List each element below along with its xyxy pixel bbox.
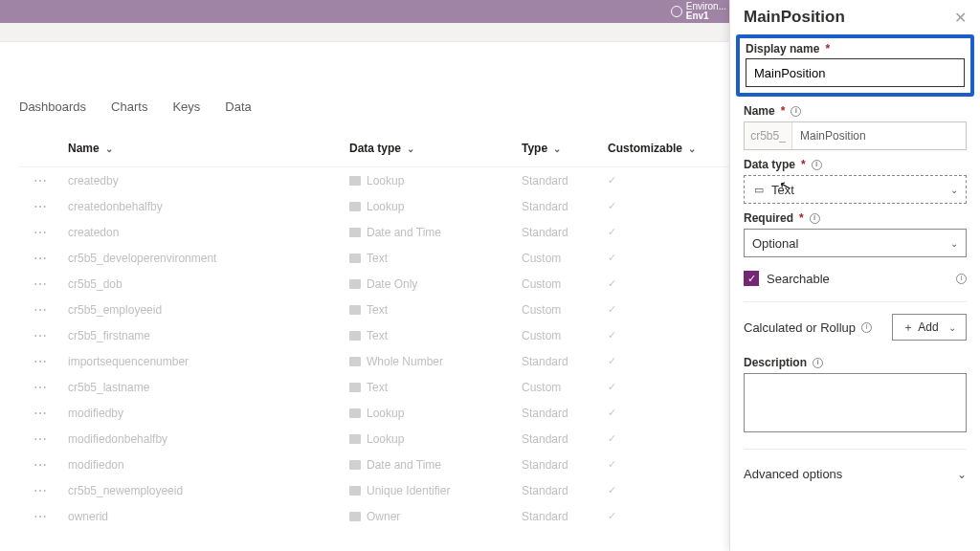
cell-customizable: ✓ (608, 200, 713, 212)
info-icon[interactable]: i (861, 322, 872, 333)
name-input-wrap: cr5b5_ MainPosition (744, 121, 967, 150)
datatype-select[interactable]: ▭ Text ⌄ (744, 175, 967, 204)
divider (744, 449, 967, 450)
cell-type: Standard (522, 432, 608, 446)
row-menu-icon[interactable]: ⋯ (19, 302, 62, 318)
tab-dashboards[interactable]: Dashboards (19, 99, 86, 114)
cell-datatype: Lookup (349, 200, 522, 213)
info-icon[interactable]: i (791, 106, 801, 117)
row-menu-icon[interactable]: ⋯ (19, 199, 62, 214)
header-type[interactable]: Type⌄ (522, 142, 608, 155)
datatype-icon (349, 408, 361, 418)
cell-type: Custom (522, 303, 608, 317)
cell-customizable: ✓ (608, 174, 713, 187)
cell-customizable: ✓ (608, 407, 713, 419)
display-name-input[interactable] (746, 58, 965, 87)
cell-datatype: Lookup (349, 407, 522, 420)
cell-customizable: ✓ (608, 432, 713, 445)
cell-type: Custom (522, 277, 608, 291)
cell-name: modifiedby (62, 407, 349, 420)
row-menu-icon[interactable]: ⋯ (19, 225, 62, 240)
searchable-label: Searchable (767, 272, 830, 286)
environment-badge[interactable]: Environ... Env1 (671, 0, 726, 23)
chevron-down-icon: ⌄ (950, 238, 958, 249)
cell-datatype: Lookup (349, 432, 522, 446)
cell-type: Standard (522, 407, 608, 420)
searchable-checkbox[interactable]: ✓ (744, 271, 759, 286)
description-textarea[interactable] (744, 373, 967, 432)
datatype-icon (349, 176, 361, 186)
header-datatype[interactable]: Data type⌄ (349, 142, 522, 155)
info-icon[interactable]: i (813, 358, 823, 368)
panel-title: MainPosition (744, 8, 845, 27)
close-icon[interactable]: ✕ (954, 9, 967, 27)
row-menu-icon[interactable]: ⋯ (19, 457, 62, 473)
cell-datatype: Date and Time (349, 458, 522, 472)
info-icon[interactable]: i (812, 160, 822, 170)
row-menu-icon[interactable]: ⋯ (19, 328, 62, 343)
datatype-icon (349, 253, 361, 263)
cell-customizable: ✓ (608, 381, 713, 393)
display-name-highlight: Display name * (736, 34, 974, 97)
row-menu-icon[interactable]: ⋯ (19, 251, 62, 266)
row-menu-icon[interactable]: ⋯ (19, 509, 62, 524)
datatype-icon (349, 279, 361, 289)
cell-datatype: Lookup (349, 174, 522, 187)
cell-customizable: ✓ (608, 355, 713, 367)
header-name[interactable]: Name⌄ (62, 142, 349, 155)
cell-name: cr5b5_developerenvironment (62, 252, 349, 265)
cell-type: Standard (522, 174, 608, 187)
cell-type: Standard (522, 226, 608, 239)
row-menu-icon[interactable]: ⋯ (19, 173, 62, 188)
datatype-icon (349, 202, 361, 211)
row-menu-icon[interactable]: ⋯ (19, 483, 62, 498)
cell-name: createdby (62, 174, 349, 187)
row-menu-icon[interactable]: ⋯ (19, 406, 62, 421)
row-menu-icon[interactable]: ⋯ (19, 380, 62, 395)
datatype-label: Data type (744, 158, 795, 171)
cell-datatype: Text (349, 329, 522, 342)
info-icon[interactable]: i (956, 274, 967, 284)
cell-customizable: ✓ (608, 277, 713, 290)
header-customizable[interactable]: Customizable⌄ (608, 142, 713, 155)
cell-datatype: Date Only (349, 277, 522, 291)
cell-type: Standard (522, 458, 608, 472)
cell-name: createdon (62, 226, 349, 239)
cell-name: modifiedonbehalfby (62, 432, 349, 446)
cell-name: modifiedon (62, 458, 349, 472)
advanced-options-toggle[interactable]: Advanced options ⌄ (744, 467, 967, 481)
chevron-down-icon: ⌄ (948, 322, 956, 333)
cell-type: Standard (522, 510, 608, 523)
datatype-icon (349, 331, 361, 341)
environment-icon (671, 6, 682, 17)
cell-customizable: ✓ (608, 226, 713, 238)
chevron-down-icon: ⌄ (950, 185, 958, 195)
chevron-down-icon: ⌄ (407, 143, 414, 154)
add-button[interactable]: ＋Add⌄ (892, 314, 967, 341)
display-name-label: Display name (746, 42, 819, 55)
cell-name: cr5b5_lastname (62, 381, 349, 394)
cell-datatype: Date and Time (349, 226, 522, 239)
cell-customizable: ✓ (608, 252, 713, 264)
chevron-down-icon: ⌄ (105, 143, 113, 154)
info-icon[interactable]: i (810, 213, 820, 224)
row-menu-icon[interactable]: ⋯ (19, 354, 62, 369)
cell-customizable: ✓ (608, 458, 713, 471)
row-menu-icon[interactable]: ⋯ (19, 276, 62, 292)
cell-type: Standard (522, 200, 608, 213)
name-label: Name (744, 104, 775, 118)
row-menu-icon[interactable]: ⋯ (19, 431, 62, 447)
cell-datatype: Text (349, 303, 522, 317)
tab-keys[interactable]: Keys (172, 99, 200, 114)
text-type-icon: ▭ (752, 184, 766, 196)
datatype-icon (349, 512, 361, 521)
required-label: Required (744, 211, 793, 225)
cell-customizable: ✓ (608, 329, 713, 342)
datatype-icon (349, 434, 361, 444)
tab-charts[interactable]: Charts (111, 99, 147, 114)
cell-name: importsequencenumber (62, 355, 349, 368)
name-input[interactable]: MainPosition (792, 122, 966, 149)
tab-data[interactable]: Data (225, 99, 251, 114)
cell-type: Custom (522, 252, 608, 265)
required-select[interactable]: Optional ⌄ (744, 229, 967, 257)
